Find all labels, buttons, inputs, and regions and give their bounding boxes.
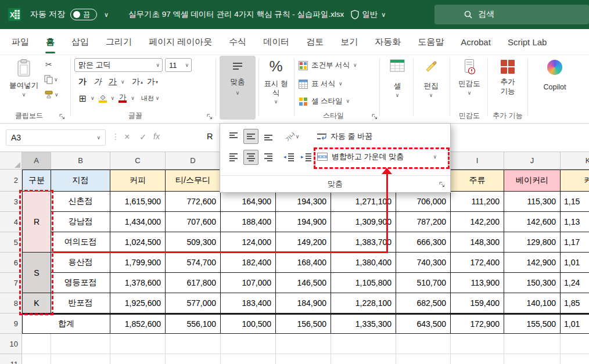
cell-I6[interactable]: 172,400 [451,253,504,273]
cell-B2[interactable]: 지점 [51,170,110,192]
cell-C2[interactable]: 커피 [110,170,166,192]
cell-K6[interactable]: 1,01 [561,253,589,273]
column-header-J[interactable]: J [504,152,561,170]
cell-K3[interactable]: 1,15 [561,192,589,212]
cell-K10[interactable] [561,334,589,354]
styles-dialog-launcher[interactable] [372,114,378,120]
cell-A10[interactable] [22,334,51,354]
cell-K8[interactable]: 1,85 [561,293,589,313]
cell-J8[interactable]: 140,100 [504,293,561,313]
cut-button[interactable]: ✂ [45,60,52,69]
chevron-down-icon[interactable]: ∨ [111,96,115,101]
tab-draw[interactable]: 그리기 [105,29,133,55]
increase-font-size-button[interactable]: 가▴ [131,75,145,89]
cell-E4[interactable]: 188,400 [221,212,276,232]
cell-F9[interactable]: 156,500 [276,313,331,334]
align-right-button[interactable] [261,150,276,165]
format-as-table-button[interactable]: 표 서식 ∨ [299,79,343,89]
cell-H9[interactable]: 643,500 [396,313,451,334]
sensitivity-button[interactable]: 민감도 ∨ [453,55,486,96]
tab-home[interactable]: 홈 [45,29,56,55]
cell-K5[interactable]: 1,17 [561,232,589,253]
cell-J10[interactable] [504,334,561,354]
underline-button[interactable]: 가 [106,75,120,89]
cell-D4[interactable]: 707,600 [166,212,221,232]
cell-J9[interactable]: 155,500 [504,313,561,334]
row-header-11[interactable]: 11 [0,354,22,364]
cell-F10[interactable] [276,334,331,354]
cell-C10[interactable] [110,334,166,354]
formula-bar-value[interactable]: R [207,132,213,141]
cell-B4[interactable]: 강남점 [51,212,110,232]
cell-E3[interactable]: 164,900 [221,192,276,212]
clipboard-dialog-launcher[interactable] [59,114,65,120]
cell-D11[interactable] [166,354,221,364]
editing-menu-button[interactable]: 편집 ∨ [416,55,446,98]
cell-E5[interactable]: 124,000 [221,232,276,253]
cell-E7[interactable]: 107,000 [221,273,276,293]
phonetic-guide-button[interactable]: 내천 [141,91,155,105]
cell-J7[interactable]: 150,300 [504,273,561,293]
tab-review[interactable]: 검토 [305,29,325,55]
cell-G7[interactable]: 1,105,800 [331,273,396,293]
addins-button[interactable]: 추가 기능 [491,55,524,96]
cell-K11[interactable] [561,354,589,364]
cell-J11[interactable] [504,354,561,364]
cell-D2[interactable]: 티/스무디 [166,170,221,192]
column-header-A[interactable]: A [22,152,51,170]
tab-view[interactable]: 보기 [339,29,359,55]
enter-button[interactable]: ✓ [139,132,147,142]
fill-color-button[interactable] [96,91,110,105]
borders-button[interactable]: ⊞ [76,91,89,105]
cell-B3[interactable]: 신촌점 [51,192,110,212]
cell-F4[interactable]: 194,900 [276,212,331,232]
cell-C9[interactable]: 1,852,600 [110,313,166,334]
cell-I9[interactable]: 172,900 [451,313,504,334]
tab-help[interactable]: 도움말 [416,29,445,55]
cell-H4[interactable]: 787,200 [396,212,451,232]
chevron-down-icon[interactable]: ∨ [121,80,125,85]
cell-K7[interactable]: 1,24 [561,273,589,293]
chevron-down-icon[interactable]: ∨ [156,96,160,101]
cell-B10[interactable] [51,334,110,354]
bold-button[interactable]: 가 [76,75,89,89]
cell-C7[interactable]: 1,378,600 [110,273,166,293]
cell-F8[interactable]: 184,900 [276,293,331,313]
cell-C4[interactable]: 1,434,000 [110,212,166,232]
cell-G8[interactable]: 1,228,100 [331,293,396,313]
align-center-button[interactable] [243,150,258,165]
cell-I3[interactable]: 111,200 [451,192,504,212]
cell-H10[interactable] [396,334,451,354]
cell-B11[interactable] [51,354,110,364]
cell-C3[interactable]: 1,615,900 [110,192,166,212]
row-header-10[interactable]: 10 [0,334,22,354]
tab-file[interactable]: 파일 [10,29,30,55]
select-all-button[interactable] [0,152,22,170]
cell-A2[interactable]: 구분 [22,170,51,192]
cell-C8[interactable]: 1,925,600 [110,293,166,313]
cell-B6[interactable]: 용산점 [51,253,110,273]
cell-E11[interactable] [221,354,276,364]
cell-I7[interactable]: 113,900 [451,273,504,293]
chevron-down-icon[interactable]: ∨ [131,96,135,101]
tab-acrobat[interactable]: Acrobat [459,29,492,55]
insert-function-button[interactable]: fx [153,132,160,141]
alignment-dialog-launcher[interactable] [439,182,445,188]
italic-button[interactable]: 가 [91,75,105,89]
cell-E10[interactable] [221,334,276,354]
cell-J5[interactable]: 129,800 [504,232,561,253]
cell-K2[interactable]: 커 [561,170,589,192]
cell-E6[interactable]: 182,400 [221,253,276,273]
cell-A9-merged[interactable]: 합계 [22,313,110,334]
cell-B7[interactable]: 영등포점 [51,273,110,293]
align-middle-button[interactable] [243,129,258,144]
cell-E8[interactable]: 183,400 [221,293,276,313]
cell-J6[interactable]: 142,900 [504,253,561,273]
cell-F5[interactable]: 149,200 [276,232,331,253]
cells-menu-button[interactable]: 셀 ∨ [385,55,410,98]
cell-J4[interactable]: 142,600 [504,212,561,232]
cell-H8[interactable]: 682,500 [396,293,451,313]
cell-B5[interactable]: 여의도점 [51,232,110,253]
cell-C11[interactable] [110,354,166,364]
chevron-down-icon[interactable]: ∨ [104,11,109,19]
